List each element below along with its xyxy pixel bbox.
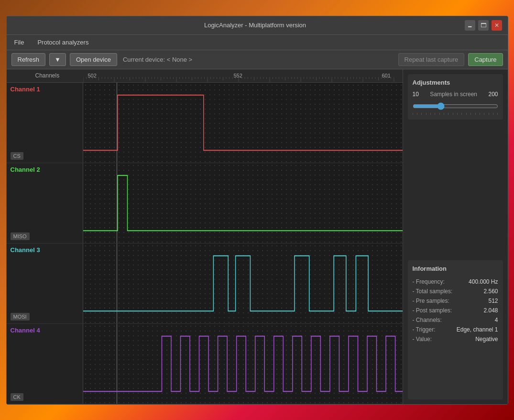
info-row-6: - Value: Negative (413, 334, 498, 344)
channel-2-waveform (83, 163, 403, 243)
main-window: LogicAnalyzer - Multiplatform version 🗕 … (6, 16, 508, 405)
channel-row-3: Channel 3 MOSI (7, 243, 403, 324)
channel-3-waveform (83, 243, 403, 323)
samples-max: 200 (488, 91, 498, 98)
window-controls: 🗕 🗖 ✕ (465, 20, 502, 31)
information-title: Information (413, 265, 498, 272)
samples-slider[interactable] (413, 102, 498, 110)
info-row-4: - Channels: 4 (413, 315, 498, 325)
window-title: LogicAnalyzer - Multiplatform version (46, 22, 465, 29)
channel-4-name: Channel 4 (11, 327, 79, 334)
ruler-ticks-svg (83, 77, 403, 83)
info-val-3: 2.048 (483, 307, 498, 314)
current-device-label: Current device: < None > (123, 56, 192, 63)
info-key-3: - Post samples: (413, 307, 452, 314)
title-bar: LogicAnalyzer - Multiplatform version 🗕 … (7, 16, 508, 35)
menu-bar: File Protocol analyzers (7, 35, 508, 50)
tick-9 (448, 113, 448, 115)
main-content: Channels 502 552 601 Channel 1 CS (7, 69, 508, 404)
info-row-0: - Frequency: 400.000 Hz (413, 277, 498, 287)
tick-1 (413, 113, 413, 115)
info-val-6: Negative (475, 336, 498, 343)
tick-14 (470, 113, 471, 115)
tick-11 (457, 113, 458, 115)
channel-row-2: Channel 2 MISO (7, 163, 403, 243)
channel-1-badge: CS (11, 152, 23, 160)
maximize-button[interactable]: 🗖 (478, 20, 489, 31)
info-rows: - Frequency: 400.000 Hz - Total samples:… (413, 277, 498, 344)
tick-20 (497, 113, 498, 115)
info-val-4: 4 (495, 317, 498, 323)
info-key-1: - Total samples: (413, 288, 453, 295)
channel-label-4: Channel 4 CK (7, 324, 83, 404)
samples-label: Samples in screen (422, 91, 486, 98)
info-key-6: - Value: (413, 336, 432, 343)
tick-8 (444, 113, 444, 115)
tick-15 (475, 113, 476, 115)
tick-13 (466, 113, 467, 115)
tick-10 (453, 113, 453, 115)
close-button[interactable]: ✕ (492, 20, 502, 31)
tick-4 (426, 113, 427, 115)
info-val-5: Edge, channel 1 (457, 326, 498, 333)
current-device-value: < None > (167, 56, 193, 63)
channel-4-waveform (83, 324, 403, 404)
menu-file[interactable]: File (11, 37, 28, 48)
toolbar: Refresh ▼ Open device Current device: < … (7, 50, 508, 69)
tick-6 (435, 113, 435, 115)
open-device-button[interactable]: Open device (70, 53, 117, 66)
info-row-1: - Total samples: 2.560 (413, 287, 498, 296)
dropdown-button[interactable]: ▼ (49, 53, 66, 66)
info-val-2: 512 (488, 298, 498, 304)
adjustments-title: Adjustments (413, 79, 498, 86)
chevron-down-icon: ▼ (55, 56, 61, 63)
info-row-2: - Pre samples: 512 (413, 296, 498, 306)
tick-12 (461, 113, 462, 115)
adjustments-section: Adjustments 10 Samples in screen 200 (408, 74, 503, 120)
tick-5 (430, 113, 431, 115)
info-key-4: - Channels: (413, 317, 442, 323)
tick-19 (493, 113, 493, 115)
tick-18 (489, 113, 489, 115)
repeat-capture-button[interactable]: Repeat last capture (398, 53, 465, 66)
channels-area: Channels 502 552 601 Channel 1 CS (7, 69, 403, 404)
channel-row-4: Channel 4 CK (7, 324, 403, 404)
right-panel: Adjustments 10 Samples in screen 200 (403, 69, 508, 404)
channel-4-badge: CK (11, 393, 23, 401)
channel-3-name: Channel 3 (11, 246, 79, 254)
slider-ticks (413, 113, 498, 115)
channels-header: Channels (35, 72, 60, 79)
info-val-0: 400.000 Hz (469, 278, 498, 285)
channel-2-name: Channel 2 (11, 166, 79, 173)
info-key-0: - Frequency: (413, 278, 445, 285)
channel-2-signal (83, 163, 403, 243)
channel-3-signal (83, 243, 403, 323)
channel-4-signal (83, 324, 403, 404)
samples-min: 10 (413, 91, 419, 98)
channel-3-badge: MOSI (11, 313, 30, 321)
info-row-5: - Trigger: Edge, channel 1 (413, 325, 498, 334)
samples-row: 10 Samples in screen 200 (413, 91, 498, 98)
channel-row-1: Channel 1 CS (7, 83, 403, 163)
channel-label-2: Channel 2 MISO (7, 163, 83, 243)
channel-label-1: Channel 1 CS (7, 83, 83, 163)
tick-16 (480, 113, 480, 115)
tick-3 (421, 113, 422, 115)
info-row-3: - Post samples: 2.048 (413, 306, 498, 315)
minimize-button[interactable]: 🗕 (465, 20, 475, 31)
menu-protocol-analyzers[interactable]: Protocol analyzers (33, 37, 92, 48)
time-ruler: Channels 502 552 601 (7, 69, 403, 83)
tick-17 (484, 113, 484, 115)
info-key-5: - Trigger: (413, 326, 436, 333)
information-section: Information - Frequency: 400.000 Hz - To… (408, 260, 503, 399)
slider-container (413, 102, 498, 115)
info-key-2: - Pre samples: (413, 298, 449, 304)
capture-button[interactable]: Capture (468, 53, 503, 66)
channel-1-name: Channel 1 (11, 86, 79, 93)
channel-label-3: Channel 3 MOSI (7, 243, 83, 323)
info-val-1: 2.560 (483, 288, 498, 295)
channel-1-signal (83, 83, 403, 163)
refresh-button[interactable]: Refresh (11, 53, 46, 66)
channel-2-badge: MISO (11, 232, 30, 240)
channel-1-waveform (83, 83, 403, 163)
